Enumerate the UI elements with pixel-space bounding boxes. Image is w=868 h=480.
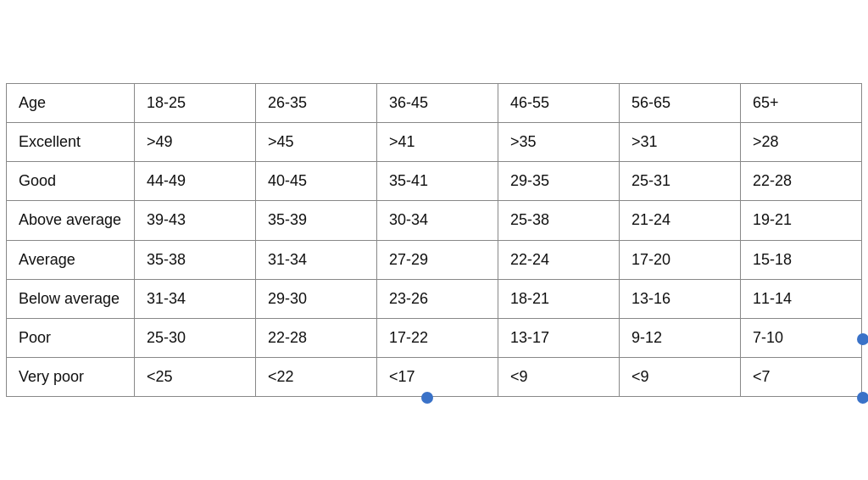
- fitness-table-wrapper: Age 18-25 26-35 36-45 46-55 56-65 65+ Ex…: [6, 83, 862, 398]
- value-cell: <17: [377, 358, 498, 397]
- value-cell: 25-30: [135, 318, 256, 357]
- value-cell: 18-21: [498, 279, 620, 318]
- value-cell: 40-45: [256, 162, 377, 201]
- value-cell: 35-38: [135, 240, 256, 279]
- value-cell: <9: [619, 358, 740, 397]
- value-cell: 39-43: [135, 201, 256, 240]
- category-cell: Poor: [7, 318, 135, 357]
- value-cell: 13-17: [498, 318, 620, 357]
- value-cell: >45: [256, 122, 377, 161]
- value-cell: >28: [740, 122, 861, 161]
- category-cell: Average: [7, 240, 135, 279]
- header-65plus: 65+: [740, 83, 861, 122]
- header-18-25: 18-25: [135, 83, 256, 122]
- value-cell: >31: [619, 122, 740, 161]
- category-cell: Good: [7, 162, 135, 201]
- header-36-45: 36-45: [377, 83, 498, 122]
- value-cell: 23-26: [377, 279, 498, 318]
- value-cell: <7: [740, 358, 861, 397]
- value-cell: >35: [498, 122, 620, 161]
- table-row: Average35-3831-3427-2922-2417-2015-18: [7, 240, 862, 279]
- value-cell: 11-14: [740, 279, 861, 318]
- value-cell: <9: [498, 358, 620, 397]
- header-row: Age 18-25 26-35 36-45 46-55 56-65 65+: [7, 83, 862, 122]
- value-cell: >41: [377, 122, 498, 161]
- category-cell: Below average: [7, 279, 135, 318]
- header-26-35: 26-35: [256, 83, 377, 122]
- value-cell: 25-31: [619, 162, 740, 201]
- value-cell: 31-34: [135, 279, 256, 318]
- value-cell: 35-41: [377, 162, 498, 201]
- value-cell: 17-20: [619, 240, 740, 279]
- header-56-65: 56-65: [619, 83, 740, 122]
- value-cell: 31-34: [256, 240, 377, 279]
- category-cell: Very poor: [7, 358, 135, 397]
- value-cell: 29-35: [498, 162, 620, 201]
- value-cell: 44-49: [135, 162, 256, 201]
- value-cell: 29-30: [256, 279, 377, 318]
- value-cell: 21-24: [619, 201, 740, 240]
- table-row: Above average39-4335-3930-3425-3821-2419…: [7, 201, 862, 240]
- value-cell: 15-18: [740, 240, 861, 279]
- header-46-55: 46-55: [498, 83, 620, 122]
- table-row: Good44-4940-4535-4129-3525-3122-28: [7, 162, 862, 201]
- value-cell: 30-34: [377, 201, 498, 240]
- value-cell: 25-38: [498, 201, 620, 240]
- value-cell: >49: [135, 122, 256, 161]
- value-cell: <22: [256, 358, 377, 397]
- value-cell: 22-28: [256, 318, 377, 357]
- header-age: Age: [7, 83, 135, 122]
- value-cell: 7-10: [740, 318, 861, 357]
- value-cell: 22-28: [740, 162, 861, 201]
- dot-right-middle: [857, 333, 868, 345]
- category-cell: Excellent: [7, 122, 135, 161]
- value-cell: 9-12: [619, 318, 740, 357]
- value-cell: <25: [135, 358, 256, 397]
- table-row: Poor25-3022-2817-2213-179-127-10: [7, 318, 862, 357]
- table-row: Very poor<25<22<17<9<9<7: [7, 358, 862, 397]
- value-cell: 27-29: [377, 240, 498, 279]
- dot-bottom-middle: [421, 392, 433, 404]
- value-cell: 19-21: [740, 201, 861, 240]
- category-cell: Above average: [7, 201, 135, 240]
- value-cell: 35-39: [256, 201, 377, 240]
- value-cell: 17-22: [377, 318, 498, 357]
- table-row: Excellent>49>45>41>35>31>28: [7, 122, 862, 161]
- value-cell: 22-24: [498, 240, 620, 279]
- table-row: Below average31-3429-3023-2618-2113-1611…: [7, 279, 862, 318]
- fitness-table: Age 18-25 26-35 36-45 46-55 56-65 65+ Ex…: [6, 83, 862, 398]
- value-cell: 13-16: [619, 279, 740, 318]
- dot-bottom-right: [857, 392, 868, 404]
